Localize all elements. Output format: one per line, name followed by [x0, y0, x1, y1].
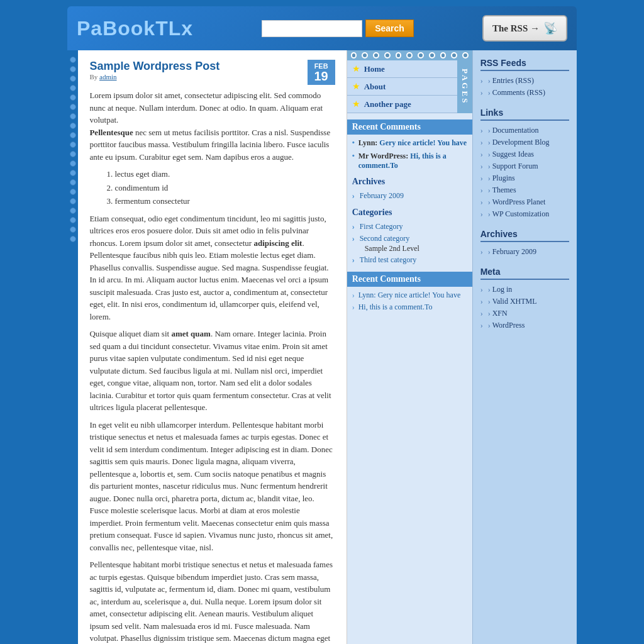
- meta-item-wordpress[interactable]: ›WordPress: [480, 319, 569, 331]
- post-para-3: Quisque aliquet diam sit amet quam. Nam …: [89, 328, 335, 414]
- comment2-item-1: › Lynn: Gery nice article! You have: [352, 291, 467, 300]
- star-icon: ★: [352, 99, 360, 109]
- nav-item-home[interactable]: ★ Home: [347, 60, 458, 78]
- post-date-day: 19: [313, 70, 330, 82]
- post-body: Lorem ipsum dolor sit amet, consectetur …: [89, 89, 335, 644]
- spiral: [351, 52, 357, 58]
- nav-dot: [70, 132, 76, 138]
- meta-item-login[interactable]: ›Log in: [480, 284, 569, 296]
- spiral: [384, 52, 391, 58]
- header: PaBookTLx Search The RSS → 📡: [67, 6, 577, 50]
- meta-item-xhtml[interactable]: ›Valid XHTML: [480, 296, 569, 308]
- post-bold-2: adipiscing elit: [253, 238, 302, 248]
- nav-dot: [70, 66, 76, 72]
- home-link[interactable]: Home: [364, 64, 385, 74]
- post-para-4: In eget velit eu nibh ullamcorper interd…: [89, 419, 335, 554]
- notebook-spirals: [347, 50, 472, 60]
- nav-item-about[interactable]: ★ About: [347, 78, 458, 96]
- right-archives-list: ›February 2009: [480, 246, 569, 258]
- category-sub: Sample 2nd Level: [352, 244, 467, 253]
- meta-title: Meta: [480, 267, 569, 280]
- recent-comments-section-2: Recent Comments › Lynn: Gery nice articl…: [347, 272, 472, 312]
- spiral: [440, 52, 447, 58]
- post-para-2: Etiam consequat, odio eget condimentum t…: [89, 213, 335, 323]
- category-item-2[interactable]: › Second category: [352, 233, 467, 244]
- link-item[interactable]: ›Documentation: [480, 125, 569, 136]
- main-content: Sample Wordpress Post By admin FEB 19 Lo…: [78, 50, 347, 644]
- right-archives-title: Archives: [480, 229, 569, 242]
- nav-dot: [70, 113, 76, 119]
- rss-icon: 📡: [543, 21, 557, 35]
- about-link[interactable]: About: [364, 82, 386, 92]
- comment-item-1: • Lynn: Gery nice article! You have: [352, 138, 467, 148]
- nav-item-another[interactable]: ★ Another page: [347, 96, 458, 113]
- post-date-box: FEB 19: [308, 60, 335, 85]
- links-section: Links ›Documentation ›Development Blog ›…: [480, 108, 569, 220]
- nav-dot: [70, 123, 76, 129]
- nav-dot: [70, 189, 76, 195]
- list-item: fermentum consectetur: [114, 195, 335, 208]
- nav-dot: [70, 236, 76, 242]
- nav-dot: [70, 75, 76, 82]
- another-page-link[interactable]: Another page: [364, 99, 411, 109]
- nav-dot: [70, 217, 76, 223]
- spiral: [406, 52, 413, 58]
- right-sidebar: RSS Feeds › Entries (RSS) › Comments (RS…: [473, 50, 577, 644]
- spiral: [396, 52, 402, 58]
- rss-label: The RSS →: [492, 23, 540, 34]
- rss-entry[interactable]: › Entries (RSS): [480, 75, 569, 87]
- star-icon: ★: [352, 81, 360, 92]
- nav-dot: [70, 179, 76, 186]
- link-item[interactable]: ›Plugins: [480, 172, 569, 184]
- nav-dot: [70, 94, 76, 101]
- list-item: condimentum id: [114, 182, 335, 194]
- link-item[interactable]: ›WordPress Planet: [480, 196, 569, 208]
- categories-section: Categories › First Category › Second cat…: [347, 208, 472, 265]
- archive-item-1[interactable]: › February 2009: [352, 191, 467, 201]
- meta-item-xfn[interactable]: ›XFN: [480, 308, 569, 319]
- rss-comments[interactable]: › Comments (RSS): [480, 87, 569, 99]
- pages-section: ★ Home ★ About ★ Another page PAGES: [347, 60, 472, 113]
- comment-link-1[interactable]: Gery nice article! You have: [379, 138, 467, 147]
- archives-title: Archives: [352, 177, 467, 187]
- links-list: ›Documentation ›Development Blog ›Sugges…: [480, 125, 569, 220]
- archives-section: Archives › February 2009: [347, 177, 472, 201]
- spiral: [418, 52, 424, 58]
- site-title: PaBookTLx: [77, 17, 193, 40]
- middle-sidebar: ★ Home ★ About ★ Another page PAGES Re: [347, 50, 473, 644]
- recent-comments-title: Recent Comments: [347, 119, 472, 135]
- pages-tab: PAGES: [457, 60, 472, 113]
- link-item[interactable]: ›WP Customization: [480, 208, 569, 220]
- search-button[interactable]: Search: [365, 19, 414, 37]
- link-item[interactable]: ›Suggest Ideas: [480, 148, 569, 160]
- nav-dot: [70, 151, 76, 157]
- spiral: [451, 52, 457, 58]
- left-dots-column: [67, 50, 78, 644]
- rss-feeds-title: RSS Feeds: [480, 58, 569, 71]
- category-item-3[interactable]: › Third test category: [352, 255, 467, 265]
- meta-list: ›Log in ›Valid XHTML ›XFN ›WordPress: [480, 284, 569, 331]
- link-item[interactable]: ›Support Forum: [480, 160, 569, 172]
- recent-comments-section: Recent Comments • Lynn: Gery nice articl…: [347, 119, 472, 170]
- post-bold-1: Pellentesque: [89, 128, 133, 137]
- post-para-1: Lorem ipsum dolor sit amet, consectetur …: [89, 89, 335, 163]
- right-archive-item[interactable]: ›February 2009: [480, 246, 569, 258]
- post-bold-3: amet quam: [171, 329, 210, 338]
- link-item[interactable]: ›Development Blog: [480, 136, 569, 148]
- link-item[interactable]: ›Themes: [480, 184, 569, 196]
- search-input[interactable]: [262, 20, 362, 37]
- rss-badge[interactable]: The RSS → 📡: [482, 15, 567, 42]
- nav-dot: [70, 57, 76, 63]
- category-item-1[interactable]: › First Category: [352, 221, 467, 232]
- post-author: By admin: [89, 73, 219, 80]
- nav-dot: [70, 208, 76, 214]
- post-title[interactable]: Sample Wordpress Post: [89, 60, 219, 72]
- author-link[interactable]: admin: [99, 73, 117, 80]
- categories-title: Categories: [352, 208, 467, 218]
- rss-feeds-list: › Entries (RSS) › Comments (RSS): [480, 75, 569, 99]
- right-archives-section: Archives ›February 2009: [480, 229, 569, 258]
- post-list: lectus eget diam. condimentum id ferment…: [114, 168, 335, 208]
- nav-dot: [70, 142, 76, 148]
- list-item: lectus eget diam.: [114, 168, 335, 180]
- comment-item-2: • Mr WordPress: Hi, this is a comment.To: [352, 152, 467, 170]
